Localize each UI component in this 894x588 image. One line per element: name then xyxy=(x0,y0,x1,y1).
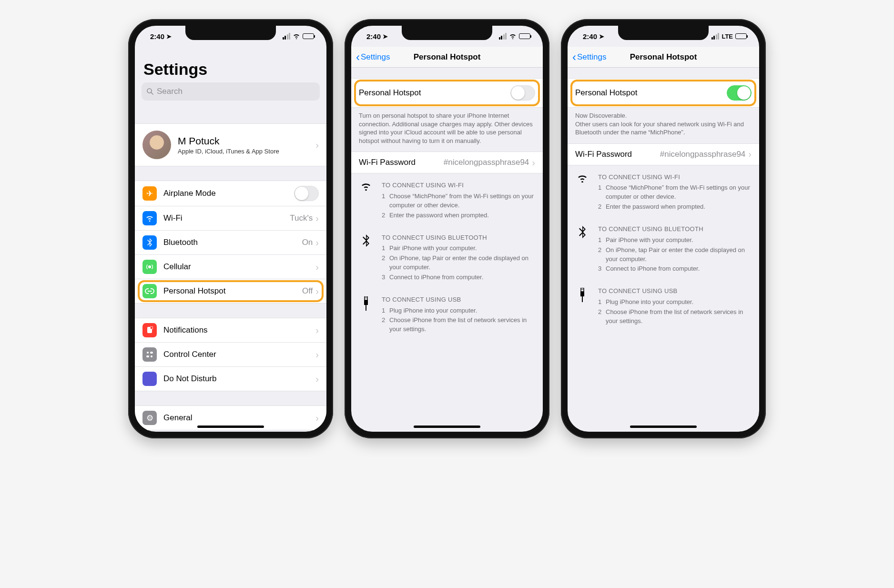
chevron-right-icon: › xyxy=(315,262,319,273)
row-notifications[interactable]: Notifications › xyxy=(135,318,326,343)
chevron-right-icon: › xyxy=(315,237,319,248)
hotspot-toggle-off[interactable] xyxy=(510,85,535,101)
row-wifi[interactable]: Wi-Fi Tuck's › xyxy=(135,206,326,231)
notch xyxy=(618,26,709,40)
search-input[interactable]: Search xyxy=(142,82,320,101)
footer-line-2: Other users can look for your shared net… xyxy=(575,120,752,137)
location-icon: ➤ xyxy=(383,33,388,40)
chevron-right-icon: › xyxy=(315,140,319,151)
row-hotspot-toggle[interactable]: Personal Hotspot xyxy=(351,78,543,108)
info-wifi: TO CONNECT USING WI-FI 1Choose “MichPhon… xyxy=(351,173,543,225)
search-placeholder: Search xyxy=(157,87,183,96)
svg-rect-15 xyxy=(583,289,583,290)
info-step: Choose “MichPhone” from the Wi-Fi settin… xyxy=(606,183,752,202)
chevron-left-icon: ‹ xyxy=(356,51,360,63)
toggle-label: Personal Hotspot xyxy=(575,88,727,98)
hotspot-toggle-on[interactable] xyxy=(727,85,752,101)
wifi-icon xyxy=(359,181,373,221)
row-personal-hotspot[interactable]: Personal Hotspot Off › xyxy=(135,279,326,304)
info-step: Connect to iPhone from computer. xyxy=(606,264,700,274)
wifi-icon xyxy=(293,32,300,41)
cellular-signal-icon xyxy=(711,33,720,40)
apple-id-row[interactable]: M Potuck Apple ID, iCloud, iTunes & App … xyxy=(135,123,326,166)
row-label: Airplane Mode xyxy=(163,189,294,198)
info-step: Enter the password when prompted. xyxy=(606,203,705,212)
info-step: Choose “MichPhone” from the Wi-Fi settin… xyxy=(389,192,535,210)
toggle-label: Personal Hotspot xyxy=(359,88,510,98)
profile-name: M Potuck xyxy=(178,135,315,147)
usb-icon xyxy=(575,287,589,326)
row-value: On xyxy=(302,238,313,247)
battery-icon xyxy=(519,33,530,39)
airplane-toggle[interactable] xyxy=(294,186,319,201)
bluetooth-icon xyxy=(142,235,157,250)
row-do-not-disturb[interactable]: Do Not Disturb › xyxy=(135,367,326,391)
row-control-center[interactable]: Control Center › xyxy=(135,343,326,367)
airplane-icon: ✈ xyxy=(142,186,157,201)
home-indicator[interactable] xyxy=(414,426,480,428)
row-label: Cellular xyxy=(163,262,315,272)
info-title: TO CONNECT USING WI-FI xyxy=(382,181,535,190)
info-step: Plug iPhone into your computer. xyxy=(389,306,477,315)
info-title: TO CONNECT USING BLUETOOTH xyxy=(598,225,752,234)
chevron-right-icon: › xyxy=(532,157,535,168)
chevron-right-icon: › xyxy=(315,325,319,336)
row-wifi-password[interactable]: Wi-Fi Password #nicelongpassphrase94 › xyxy=(568,143,759,165)
row-label: Do Not Disturb xyxy=(163,374,315,384)
battery-icon xyxy=(303,33,314,39)
dnd-icon xyxy=(142,372,157,386)
control-center-icon xyxy=(142,347,157,362)
info-usb: TO CONNECT USING USB 1Plug iPhone into y… xyxy=(351,288,543,340)
notch xyxy=(185,26,276,40)
notifications-icon xyxy=(142,323,157,337)
notch xyxy=(402,26,492,40)
chevron-right-icon: › xyxy=(315,349,319,360)
screen-hotspot-off: 2:40 ➤ ‹ Settings Personal Hotspot xyxy=(351,26,543,432)
row-hotspot-toggle[interactable]: Personal Hotspot xyxy=(568,78,759,108)
back-label: Settings xyxy=(361,52,390,62)
status-time: 2:40 xyxy=(150,32,164,41)
info-step: Connect to iPhone from computer. xyxy=(389,273,483,282)
back-label: Settings xyxy=(577,52,606,62)
screen-hotspot-on: 2:40 ➤ LTE ‹ Settings Personal Hotspot P… xyxy=(568,26,759,432)
info-bluetooth: TO CONNECT USING BLUETOOTH 1Pair iPhone … xyxy=(351,226,543,288)
password-value: #nicelongpassphrase94 xyxy=(660,150,746,159)
chevron-right-icon: › xyxy=(315,286,319,297)
battery-icon xyxy=(735,33,747,39)
info-bluetooth: TO CONNECT USING BLUETOOTH 1Pair iPhone … xyxy=(568,217,759,279)
info-step: Choose iPhone from the list of network s… xyxy=(606,308,752,326)
chevron-right-icon: › xyxy=(315,213,319,224)
back-button[interactable]: ‹ Settings xyxy=(356,51,390,63)
info-title: TO CONNECT USING WI-FI xyxy=(598,173,752,182)
row-wifi-password[interactable]: Wi-Fi Password #nicelongpassphrase94 › xyxy=(351,152,543,173)
back-button[interactable]: ‹ Settings xyxy=(572,51,606,63)
row-bluetooth[interactable]: Bluetooth On › xyxy=(135,231,326,255)
row-label: Bluetooth xyxy=(163,238,302,247)
network-type: LTE xyxy=(721,33,733,40)
svg-rect-11 xyxy=(364,300,368,305)
home-indicator[interactable] xyxy=(630,426,697,428)
row-label: Personal Hotspot xyxy=(163,286,302,296)
cellular-icon xyxy=(142,260,157,274)
svg-point-4 xyxy=(147,352,149,354)
chevron-right-icon: › xyxy=(315,374,319,385)
chevron-left-icon: ‹ xyxy=(572,51,576,63)
row-cellular[interactable]: Cellular › xyxy=(135,255,326,279)
wifi-icon xyxy=(142,211,157,225)
svg-line-1 xyxy=(151,92,153,94)
nav-bar: ‹ Settings Personal Hotspot xyxy=(351,47,543,68)
info-step: Plug iPhone into your computer. xyxy=(606,298,693,307)
row-value: Tuck's xyxy=(290,213,313,223)
gear-icon: ⚙ xyxy=(142,411,157,425)
chevron-right-icon: › xyxy=(315,413,319,424)
footer-line-1: Now Discoverable. xyxy=(575,112,752,120)
bluetooth-icon xyxy=(359,233,373,283)
info-step: On iPhone, tap Pair or enter the code di… xyxy=(606,246,752,264)
home-indicator[interactable] xyxy=(197,426,264,428)
row-label: Wi-Fi Password xyxy=(575,150,660,159)
row-label: Notifications xyxy=(163,325,315,335)
row-airplane-mode[interactable]: ✈ Airplane Mode xyxy=(135,181,326,206)
info-step: Choose iPhone from the list of network s… xyxy=(389,316,535,334)
info-step: On iPhone, tap Pair or enter the code di… xyxy=(389,254,535,272)
profile-subtitle: Apple ID, iCloud, iTunes & App Store xyxy=(178,148,315,155)
